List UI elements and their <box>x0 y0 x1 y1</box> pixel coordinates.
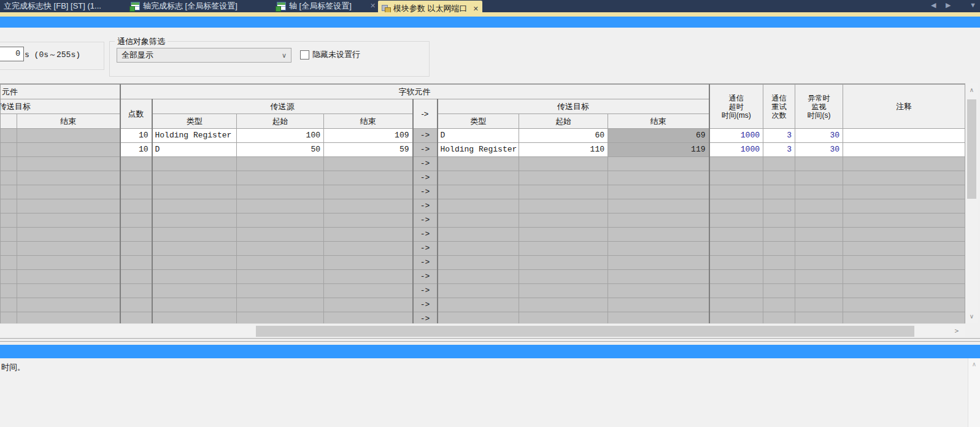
cell-bit-end[interactable] <box>17 185 120 199</box>
cell-timeout[interactable] <box>709 312 763 324</box>
cell-arrow[interactable]: -> <box>413 199 438 214</box>
cell-src-end[interactable] <box>324 256 413 270</box>
cell-retry[interactable] <box>763 298 795 312</box>
close-icon[interactable]: ✕ <box>370 2 376 10</box>
cell-src-start[interactable]: 50 <box>237 143 324 157</box>
cell-timeout[interactable] <box>709 199 763 214</box>
cell-src-type[interactable] <box>152 270 237 284</box>
tab-scroll-right-icon[interactable]: ▶ <box>946 1 951 9</box>
scroll-up-icon[interactable]: ∧ <box>966 87 978 93</box>
cell-retry[interactable] <box>763 270 795 284</box>
vertical-scrollbar-thumb[interactable] <box>967 99 976 199</box>
cell-comment[interactable] <box>843 199 965 214</box>
cell-retry[interactable]: 3 <box>763 143 795 157</box>
cell-comment[interactable] <box>843 143 965 157</box>
cell-points[interactable]: 10 <box>120 143 152 157</box>
cell-dst-end[interactable]: 119 <box>608 143 709 157</box>
cell-dst-start[interactable] <box>519 242 608 256</box>
cell-dst-end[interactable] <box>608 242 709 256</box>
cell-points[interactable] <box>120 312 152 324</box>
cell-src-type[interactable] <box>152 284 237 298</box>
cell-bit-end[interactable] <box>17 228 120 242</box>
cell-cut[interactable] <box>1 199 17 214</box>
cell-dst-start[interactable] <box>519 214 608 228</box>
cell-src-start[interactable] <box>237 228 324 242</box>
cell-cut[interactable] <box>1 143 17 157</box>
cell-bit-end[interactable] <box>17 256 120 270</box>
timeout-input[interactable]: 0 <box>0 47 24 61</box>
description-scroll-track[interactable] <box>968 358 980 427</box>
cell-src-type[interactable] <box>152 312 237 324</box>
cell-src-end[interactable]: 109 <box>324 129 413 143</box>
cell-comment[interactable] <box>843 312 965 324</box>
cell-cut[interactable] <box>1 256 17 270</box>
cell-dst-type[interactable] <box>438 199 519 214</box>
cell-src-start[interactable] <box>237 185 324 199</box>
cell-dst-type[interactable] <box>438 185 519 199</box>
cell-src-type[interactable] <box>152 242 237 256</box>
cell-points[interactable] <box>120 171 152 185</box>
cell-bit-end[interactable] <box>17 143 120 157</box>
cell-watch[interactable] <box>795 171 843 185</box>
cell-watch[interactable]: 30 <box>795 143 843 157</box>
cell-dst-end[interactable]: 69 <box>608 129 709 143</box>
cell-arrow[interactable]: -> <box>413 228 438 242</box>
cell-arrow[interactable]: -> <box>413 185 438 199</box>
cell-dst-type[interactable]: D <box>438 129 519 143</box>
cell-dst-end[interactable] <box>608 270 709 284</box>
cell-src-type[interactable]: Holding Register <box>152 129 237 143</box>
cell-dst-type[interactable] <box>438 298 519 312</box>
cell-retry[interactable] <box>763 157 795 171</box>
cell-watch[interactable] <box>795 270 843 284</box>
cell-src-start[interactable] <box>237 199 324 214</box>
cell-comment[interactable] <box>843 242 965 256</box>
cell-comment[interactable] <box>843 129 965 143</box>
cell-timeout[interactable]: 1000 <box>709 129 763 143</box>
cell-src-type[interactable] <box>152 157 237 171</box>
cell-comment[interactable] <box>843 171 965 185</box>
vertical-scrollbar[interactable]: ∧ ∨ <box>966 83 978 323</box>
cell-src-start[interactable] <box>237 284 324 298</box>
cell-src-type[interactable] <box>152 199 237 214</box>
cell-points[interactable] <box>120 284 152 298</box>
cell-arrow[interactable]: -> <box>413 242 438 256</box>
cell-points[interactable] <box>120 270 152 284</box>
cell-watch[interactable] <box>795 312 843 324</box>
cell-timeout[interactable] <box>709 228 763 242</box>
cell-dst-start[interactable] <box>519 298 608 312</box>
cell-points[interactable] <box>120 256 152 270</box>
cell-dst-end[interactable] <box>608 214 709 228</box>
cell-bit-end[interactable] <box>17 284 120 298</box>
cell-dst-type[interactable] <box>438 242 519 256</box>
cell-retry[interactable] <box>763 312 795 324</box>
cell-retry[interactable] <box>763 256 795 270</box>
cell-src-start[interactable] <box>237 171 324 185</box>
cell-watch[interactable] <box>795 242 843 256</box>
cell-points[interactable] <box>120 298 152 312</box>
cell-src-end[interactable] <box>324 199 413 214</box>
cell-dst-start[interactable] <box>519 185 608 199</box>
cell-cut[interactable] <box>1 129 17 143</box>
tab-scroll-left-icon[interactable]: ◀ <box>931 1 936 9</box>
cell-src-end[interactable] <box>324 228 413 242</box>
cell-watch[interactable] <box>795 214 843 228</box>
cell-dst-end[interactable] <box>608 157 709 171</box>
cell-watch[interactable] <box>795 199 843 214</box>
tab-axis-complete-flag[interactable]: 轴完成标志 [全局标签设置] <box>127 0 241 12</box>
cell-src-end[interactable] <box>324 214 413 228</box>
cell-retry[interactable] <box>763 185 795 199</box>
cell-dst-end[interactable] <box>608 312 709 324</box>
cell-src-start[interactable] <box>237 270 324 284</box>
cell-points[interactable] <box>120 214 152 228</box>
cell-timeout[interactable] <box>709 270 763 284</box>
cell-src-end[interactable] <box>324 171 413 185</box>
cell-dst-start[interactable]: 110 <box>519 143 608 157</box>
cell-timeout[interactable]: 1000 <box>709 143 763 157</box>
cell-timeout[interactable] <box>709 171 763 185</box>
cell-bit-end[interactable] <box>17 242 120 256</box>
cell-dst-type[interactable] <box>438 171 519 185</box>
cell-timeout[interactable] <box>709 185 763 199</box>
cell-watch[interactable] <box>795 256 843 270</box>
cell-comment[interactable] <box>843 270 965 284</box>
tab-fb-st[interactable]: 立完成标志快 [FB] [ST] (1... <box>0 0 105 12</box>
